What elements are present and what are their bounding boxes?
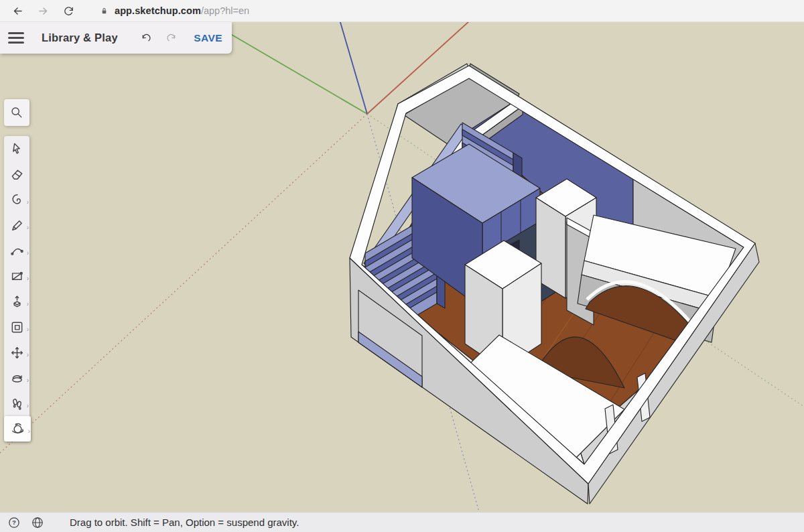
model-canvas[interactable] [0, 22, 804, 512]
tool-pushpull[interactable]: › [4, 289, 29, 314]
axis-red-dotted [0, 114, 367, 453]
3d-model-scene[interactable] [0, 22, 804, 512]
tool-arc[interactable]: › [4, 238, 29, 263]
svg-text:?: ? [12, 519, 16, 526]
select-icon [9, 141, 25, 157]
offset-icon [9, 320, 25, 335]
tool-select[interactable] [4, 136, 29, 161]
url-host: app.sketchup.com [115, 5, 201, 16]
move-icon [9, 345, 25, 360]
flyout-chevron-icon: › [27, 250, 29, 257]
browser-back-icon[interactable] [9, 3, 25, 19]
menu-icon[interactable] [8, 32, 24, 44]
eraser-icon [9, 167, 25, 182]
flyout-chevron-icon: › [27, 377, 29, 384]
browser-toolbar: app.sketchup.com/app?hl=en [0, 0, 804, 22]
flyout-chevron-icon: › [27, 403, 29, 409]
pencil-icon [9, 218, 25, 233]
tool-move[interactable]: › [4, 340, 29, 365]
flyout-chevron-icon: › [27, 224, 29, 231]
orbit-icon [10, 421, 25, 437]
redo-icon[interactable] [163, 29, 180, 47]
help-icon[interactable]: ? [7, 515, 21, 530]
undo-icon[interactable] [137, 29, 155, 47]
flyout-chevron-icon: › [27, 301, 29, 308]
tool-walk[interactable]: › [4, 391, 29, 416]
tool-offset[interactable]: › [4, 314, 29, 340]
tool-rectangle[interactable]: › [4, 263, 29, 289]
flyout-chevron-icon: › [27, 352, 29, 358]
tool-orbit-active[interactable]: › [4, 416, 31, 442]
tool-palette: ›››››››››› [4, 136, 29, 442]
status-bar: ? Drag to orbit. Shift = Pan, Option = s… [0, 512, 804, 532]
flyout-chevron-icon: › [28, 428, 30, 435]
globe-icon[interactable] [30, 515, 45, 530]
pushpull-icon [9, 294, 25, 310]
search-icon [9, 105, 24, 120]
rotate-icon [9, 371, 25, 386]
tool-pencil[interactable]: › [4, 212, 29, 238]
flyout-chevron-icon: › [27, 199, 29, 206]
flyout-chevron-icon: › [27, 275, 29, 282]
tool-paint[interactable]: › [4, 187, 29, 212]
browser-address-bar[interactable]: app.sketchup.com/app?hl=en [99, 5, 249, 16]
app-header-panel: Library & Play SAVE [0, 22, 232, 54]
status-message: Drag to orbit. Shift = Pan, Option = sus… [70, 517, 299, 528]
sketchup-web-app: app.sketchup.com/app?hl=en Library & Pla… [0, 0, 804, 532]
tool-eraser[interactable] [4, 161, 29, 187]
arc-icon [9, 243, 25, 259]
url-path: /app?hl=en [201, 5, 249, 16]
paint-icon [9, 192, 25, 208]
walk-icon [9, 396, 25, 411]
browser-reload-icon[interactable] [60, 3, 76, 19]
rectangle-icon [9, 269, 25, 284]
tool-rotate[interactable]: › [4, 365, 29, 391]
model-title: Library & Play [42, 31, 118, 44]
save-button[interactable]: SAVE [194, 32, 222, 44]
search-tool-button[interactable] [4, 99, 29, 126]
flyout-chevron-icon: › [27, 326, 29, 333]
browser-forward-icon[interactable] [35, 3, 51, 19]
lock-icon [99, 6, 109, 16]
